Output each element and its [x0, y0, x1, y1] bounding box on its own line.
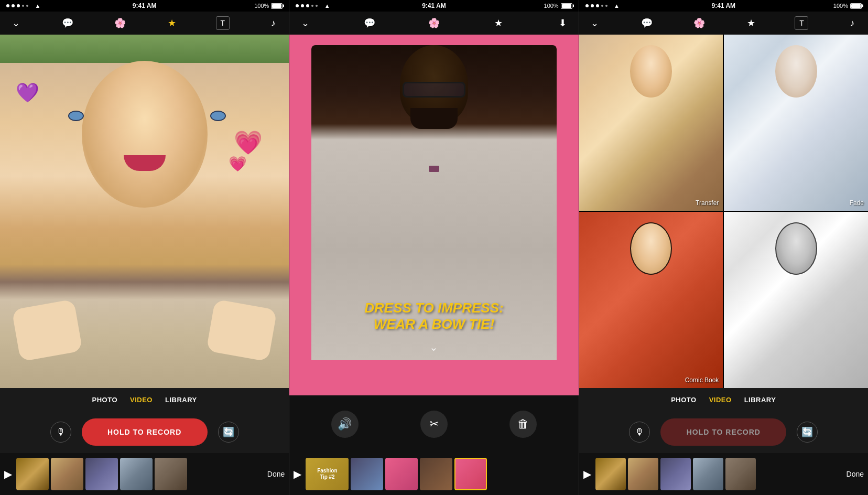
- tab-photo-1[interactable]: PHOTO: [92, 396, 118, 404]
- status-bar-3: ▲ 9:41 AM 100%: [579, 0, 868, 12]
- battery-icon-2: [561, 3, 572, 9]
- chat-bubble-icon-2[interactable]: 💬: [361, 15, 378, 31]
- thumbnail-2-5[interactable]: [454, 458, 487, 490]
- panel-2: ▲ 9:41 AM 100% ⌄ 💬 🌸 ★ ⬇: [289, 0, 579, 495]
- tab-library-1[interactable]: LIBRARY: [165, 396, 197, 404]
- emoji-faces-icon-2[interactable]: 🌸: [426, 15, 442, 31]
- panel-3: ▲ 9:41 AM 100% ⌄ 💬 🌸 ★ T ♪ Transfer: [579, 0, 868, 495]
- emoji-faces-icon-3[interactable]: 🌸: [691, 15, 708, 31]
- done-button-1[interactable]: Done: [267, 470, 285, 478]
- play-button-1[interactable]: ▶: [4, 468, 12, 480]
- battery-fill-3: [851, 4, 861, 8]
- status-right-3: 100%: [833, 3, 862, 9]
- filter-sketch-bg: [724, 212, 868, 388]
- heart-pink-small: 💗: [229, 155, 247, 173]
- scissors-button[interactable]: ✂: [420, 411, 448, 438]
- thumbnail-2-2[interactable]: [351, 458, 383, 490]
- filter-transfer[interactable]: Transfer: [579, 35, 723, 211]
- record-button-1[interactable]: HOLD TO RECORD: [82, 418, 208, 446]
- glasses: [403, 82, 465, 98]
- music-note-icon-1[interactable]: ♪: [265, 15, 281, 31]
- text-box-icon-3[interactable]: T: [795, 16, 808, 30]
- tab-library-3[interactable]: LIBRARY: [744, 396, 776, 404]
- tab-video-1[interactable]: VIDEO: [130, 396, 153, 404]
- record-area-3: 🎙 HOLD TO RECORD 🔄: [579, 411, 868, 453]
- battery-icon-3: [850, 3, 862, 9]
- cartoon-background: 💜 💗 💗: [0, 35, 289, 388]
- tab-video-3[interactable]: VIDEO: [709, 396, 732, 404]
- play-button-3[interactable]: ▶: [583, 468, 591, 480]
- volume-button[interactable]: 🔊: [331, 411, 359, 438]
- left-eye: [68, 111, 84, 121]
- sig-2: [301, 4, 304, 7]
- play-button-2[interactable]: ▶: [294, 468, 301, 480]
- thumbnail-3-4[interactable]: [693, 458, 723, 490]
- camera-area-1: 💜 💗 💗: [0, 35, 289, 388]
- mic-button-3[interactable]: 🎙: [629, 422, 650, 443]
- thumbnail-3-2[interactable]: [628, 458, 658, 490]
- face-fade: [775, 45, 817, 98]
- camera-flip-button-1[interactable]: 🔄: [218, 422, 239, 443]
- face-sketch: [775, 222, 817, 275]
- s3: [596, 4, 599, 7]
- download-icon-2[interactable]: ⬇: [555, 15, 571, 31]
- chevron-down-icon-1[interactable]: ⌄: [7, 15, 24, 31]
- filter-sketch[interactable]: [724, 212, 868, 388]
- chat-bubble-icon-1[interactable]: 💬: [59, 15, 76, 31]
- chat-bubble-icon-3[interactable]: 💬: [638, 15, 655, 31]
- chevron-down-video[interactable]: ⌄: [429, 341, 438, 353]
- chevron-down-icon-3[interactable]: ⌄: [587, 15, 603, 31]
- chevron-down-icon-2[interactable]: ⌄: [297, 15, 313, 31]
- emoji-faces-icon-1[interactable]: 🌸: [112, 15, 128, 31]
- thumbnail-1-5[interactable]: [155, 458, 187, 490]
- status-right-2: 100%: [544, 3, 572, 9]
- beard: [410, 108, 458, 129]
- thumbnail-3-1[interactable]: [595, 458, 626, 490]
- thumbnail-1-2[interactable]: [51, 458, 83, 490]
- thumbnail-1-3[interactable]: [85, 458, 118, 490]
- thumbnail-3-5[interactable]: [725, 458, 756, 490]
- star-icon-1[interactable]: ★: [164, 15, 180, 31]
- sig-5: [316, 5, 318, 7]
- face-layer: [82, 61, 208, 208]
- status-time-3: 9:41 AM: [712, 2, 736, 9]
- thumbnail-2-4[interactable]: [420, 458, 452, 490]
- star-icon-2[interactable]: ★: [490, 15, 507, 31]
- record-button-3[interactable]: HOLD TO RECORD: [660, 418, 786, 446]
- heart-pink-large: 💗: [234, 129, 263, 156]
- s1: [585, 4, 589, 7]
- filter-fade[interactable]: Fade: [724, 35, 868, 211]
- mode-tabs-3: PHOTO VIDEO LIBRARY: [579, 388, 868, 411]
- filter-fade-bg: [724, 35, 868, 211]
- nav-bar-2: ⌄ 💬 🌸 ★ ⬇: [289, 12, 578, 35]
- music-note-icon-3[interactable]: ♪: [844, 15, 861, 31]
- text-box-icon-1[interactable]: T: [216, 16, 230, 30]
- camera-flip-button-3[interactable]: 🔄: [797, 422, 818, 443]
- status-time-2: 9:41 AM: [422, 2, 446, 9]
- thumb-strip-3: ▶ Done: [579, 453, 868, 495]
- s5: [605, 5, 607, 7]
- trash-button[interactable]: 🗑: [509, 411, 537, 438]
- status-bar-2: ▲ 9:41 AM 100%: [289, 0, 578, 12]
- signal-indicators: ▲: [6, 1, 40, 10]
- thumbnail-2-3[interactable]: [385, 458, 418, 490]
- tab-photo-3[interactable]: PHOTO: [671, 396, 697, 404]
- signal-dot-1: [6, 4, 9, 7]
- nav-bar-1: ⌄ 💬 🌸 ★ T ♪: [0, 12, 289, 35]
- panel-1: ▲ 9:41 AM 100% ⌄ 💬 🌸 ★ T ♪: [0, 0, 289, 495]
- star-icon-3[interactable]: ★: [743, 15, 760, 31]
- done-button-3[interactable]: Done: [847, 470, 864, 478]
- thumb-strip-2: ▶ FashionTip #2: [289, 453, 578, 495]
- face-comic: [630, 222, 672, 275]
- mic-button-1[interactable]: 🎙: [50, 422, 71, 443]
- battery-percent-3: 100%: [833, 3, 848, 9]
- signal-2: ▲: [296, 1, 330, 10]
- thumbnail-1-1[interactable]: [16, 458, 49, 490]
- filter-comic[interactable]: Comic Book: [579, 212, 723, 388]
- thumbnail-2-1[interactable]: FashionTip #2: [306, 458, 349, 490]
- thumbnail-1-4[interactable]: [120, 458, 153, 490]
- status-time-1: 9:41 AM: [133, 2, 157, 9]
- bow-tie: [429, 166, 439, 172]
- thumbnail-3-3[interactable]: [660, 458, 691, 490]
- overlay-text-line1: DRESS TO IMPRESS:: [364, 300, 503, 316]
